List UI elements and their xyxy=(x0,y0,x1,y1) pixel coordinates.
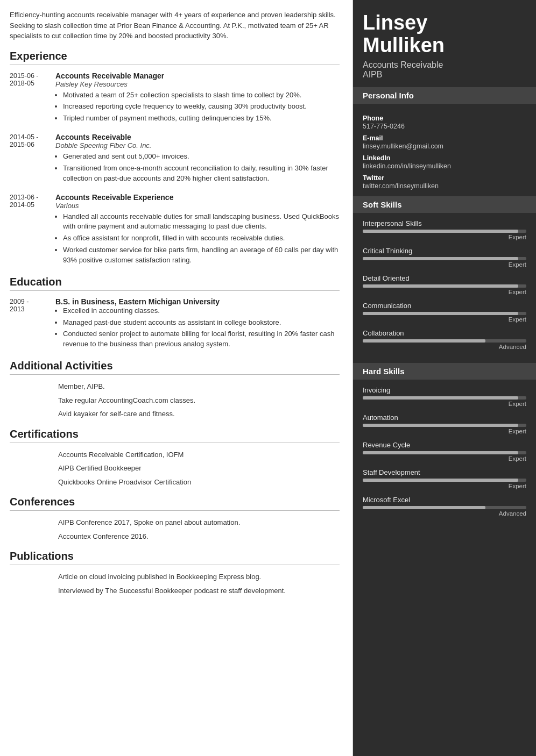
skill-name: Detail Oriented xyxy=(363,274,526,282)
skill-bar-background xyxy=(363,312,526,315)
skill-bar-fill xyxy=(363,284,518,288)
bullet-list: Generated and sent out 5,000+ invoices.T… xyxy=(55,152,340,184)
skill-bar-fill xyxy=(363,257,518,260)
skill-bar-background xyxy=(363,479,526,482)
conf-items: AIPB Conference 2017, Spoke on panel abo… xyxy=(10,517,340,541)
skill-bar-background xyxy=(363,451,526,454)
skill-level-label: Expert xyxy=(363,234,526,240)
list-item: As office assistant for nonprofit, fille… xyxy=(63,233,340,244)
twitter-value: twitter.com/linseymulliken xyxy=(363,182,526,190)
skill-name: Interpersonal Skills xyxy=(363,219,526,227)
skill-bar-background xyxy=(363,424,526,427)
list-item: Interviewed by The Successful Bookkeeper… xyxy=(10,586,340,596)
skill-bar-fill xyxy=(363,424,518,427)
experience-date: 2013-06 - 2014-05 xyxy=(10,193,55,267)
skill-item: Staff DevelopmentExpert xyxy=(363,468,526,489)
skill-bar-fill xyxy=(363,506,485,509)
experience-item: 2013-06 - 2014-05Accounts Receivable Exp… xyxy=(10,193,340,267)
list-item: Conducted senior project to automate bil… xyxy=(63,329,340,350)
experience-date: 2015-06 - 2018-05 xyxy=(10,72,55,126)
personal-info-body: Phone 517-775-0246 E-mail linsey.mullike… xyxy=(353,104,536,196)
phone-value: 517-775-0246 xyxy=(363,123,526,130)
experience-section: Experience 2015-06 - 2018-05Accounts Rec… xyxy=(10,50,340,267)
company-name: Dobbie Speering Fiber Co. Inc. xyxy=(55,141,340,149)
education-items: 2009 - 2013B.S. in Business, Eastern Mic… xyxy=(10,297,340,351)
skill-level-label: Expert xyxy=(363,483,526,489)
skill-name: Staff Development xyxy=(363,468,526,476)
additional-activities-section: Additional Activities Member, AIPB.Take … xyxy=(10,360,340,419)
skill-level-label: Expert xyxy=(363,261,526,268)
skill-item: InvoicingExpert xyxy=(363,386,526,407)
skill-level-label: Advanced xyxy=(363,344,526,350)
skill-level-label: Expert xyxy=(363,455,526,462)
list-item: AIPB Certified Bookkeeper xyxy=(10,463,340,474)
list-item: Generated and sent out 5,000+ invoices. xyxy=(63,152,340,162)
company-name: Various xyxy=(55,202,340,210)
personal-info-title: Personal Info xyxy=(353,87,536,104)
linkedin-label: LinkedIn xyxy=(363,154,526,162)
pub-items: Article on cloud invoicing published in … xyxy=(10,572,340,596)
list-item: Accounts Receivable Certification, IOFM xyxy=(10,450,340,460)
skill-bar-background xyxy=(363,339,526,343)
list-item: Handled all accounts receivable duties f… xyxy=(63,212,340,232)
skill-name: Collaboration xyxy=(363,329,526,337)
edu-bullet-list: Excelled in accounting classes.Managed p… xyxy=(55,306,340,350)
summary-text: Efficiency-hunting accounts receivable m… xyxy=(10,10,340,41)
list-item: Article on cloud invoicing published in … xyxy=(10,572,340,582)
linkedin-value: linkedin.com/in/linseymulliken xyxy=(363,162,526,170)
hard-skills-title: Hard Skills xyxy=(353,363,536,380)
list-item: Avid kayaker for self-care and fitness. xyxy=(10,409,340,419)
list-item: Motivated a team of 25+ collection speci… xyxy=(63,90,340,101)
name-display: Linsey Mulliken xyxy=(363,12,526,57)
list-item: Tripled number of payment methods, cutti… xyxy=(63,113,340,124)
activities-items: Member, AIPB.Take regular AccountingCoac… xyxy=(10,381,340,419)
job-subtitle: Accounts Receivable AIPB xyxy=(363,60,526,80)
left-column: Efficiency-hunting accounts receivable m… xyxy=(0,0,353,756)
skill-level-label: Expert xyxy=(363,289,526,295)
list-item: AIPB Conference 2017, Spoke on panel abo… xyxy=(10,517,340,528)
skill-level-label: Expert xyxy=(363,316,526,323)
education-title: Education xyxy=(10,276,340,291)
list-item: Take regular AccountingCoach.com classes… xyxy=(10,395,340,406)
certifications-section: Certifications Accounts Receivable Certi… xyxy=(10,428,340,488)
certifications-title: Certifications xyxy=(10,428,340,443)
list-item: Member, AIPB. xyxy=(10,381,340,392)
bullet-list: Handled all accounts receivable duties f… xyxy=(55,212,340,266)
bullet-list: Motivated a team of 25+ collection speci… xyxy=(55,90,340,124)
skill-item: Revenue CycleExpert xyxy=(363,441,526,462)
hard-skills-body: InvoicingExpertAutomationExpertRevenue C… xyxy=(353,380,536,530)
job-title: Accounts Receivable Experience xyxy=(55,193,340,202)
publications-title: Publications xyxy=(10,550,340,565)
list-item: Accountex Conference 2016. xyxy=(10,531,340,542)
education-section: Education 2009 - 2013B.S. in Business, E… xyxy=(10,276,340,351)
education-item: 2009 - 2013B.S. in Business, Eastern Mic… xyxy=(10,297,340,351)
skill-item: AutomationExpert xyxy=(363,413,526,434)
additional-activities-title: Additional Activities xyxy=(10,360,340,375)
skill-bar-background xyxy=(363,506,526,509)
list-item: Managed past-due student accounts as ass… xyxy=(63,318,340,328)
conferences-section: Conferences AIPB Conference 2017, Spoke … xyxy=(10,496,340,541)
company-name: Paisley Key Resources xyxy=(55,80,340,88)
skill-bar-background xyxy=(363,257,526,260)
last-name: Mulliken xyxy=(363,34,445,56)
job-title: Accounts Receivable xyxy=(55,133,340,141)
skill-bar-background xyxy=(363,230,526,233)
twitter-label: Twitter xyxy=(363,174,526,182)
right-column: Linsey Mulliken Accounts Receivable AIPB… xyxy=(353,0,536,756)
skill-bar-fill xyxy=(363,479,518,482)
name-block: Linsey Mulliken Accounts Receivable AIPB xyxy=(353,0,536,87)
publications-section: Publications Article on cloud invoicing … xyxy=(10,550,340,596)
job-title: Accounts Receivable Manager xyxy=(55,72,340,80)
skill-item: Critical ThinkingExpert xyxy=(363,247,526,268)
soft-skills-title: Soft Skills xyxy=(353,196,536,213)
first-name: Linsey xyxy=(363,11,427,34)
email-value: linsey.mulliken@gmail.com xyxy=(363,142,526,150)
education-date: 2009 - 2013 xyxy=(10,297,55,351)
list-item: Excelled in accounting classes. xyxy=(63,306,340,316)
skill-item: Microsoft ExcelAdvanced xyxy=(363,496,526,517)
skill-level-label: Advanced xyxy=(363,510,526,517)
list-item: Increased reporting cycle frequency to w… xyxy=(63,102,340,112)
skill-bar-fill xyxy=(363,312,518,315)
email-label: E-mail xyxy=(363,134,526,142)
skill-item: CommunicationExpert xyxy=(363,302,526,323)
